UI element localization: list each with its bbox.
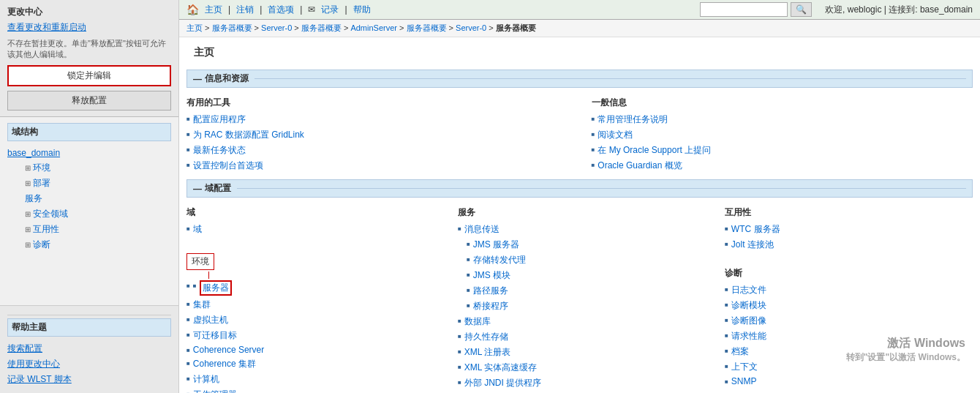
server-link[interactable]: 服务器 [200,280,232,296]
context-link[interactable]: 上下文 [731,361,758,373]
xml-registry-link[interactable]: XML 注册表 [464,346,511,359]
path-service-link[interactable]: 路径服务 [473,285,508,297]
useful-tools-col: 有用的工具 配置应用程序 为 RAC 数据源配置 GridLink 最新任务状态… [186,92,573,173]
list-item: 请求性能 [725,329,968,344]
help-wlst-script[interactable]: 记录 WLST 脚本 [7,372,171,387]
oracle-support-link[interactable]: 在 My Oracle Support 上提问 [598,144,711,157]
config-app-link[interactable]: 配置应用程序 [193,113,246,126]
archive-link[interactable]: 档案 [731,345,749,358]
list-item: 计算机 [186,372,434,387]
cluster-link[interactable]: 集群 [193,299,211,311]
services-col: 服务 消息传送 JMS 服务器 存储转发代理 JMS 模块 路径服务 桥接程序 … [453,202,706,393]
environment-link[interactable]: 环境 [33,162,50,173]
common-tasks-link[interactable]: 常用管理任务说明 [598,113,668,126]
bridge-link[interactable]: 桥接程序 [473,300,508,312]
jms-module-link[interactable]: JMS 模块 [473,269,510,282]
sidebar-item-security[interactable]: ⊞ 安全领域 [18,206,171,222]
read-docs-link[interactable]: 阅读文档 [598,129,633,141]
welcome-text: 欢迎, weblogic | 连接到: base_domain [825,4,973,16]
database-link[interactable]: 数据库 [464,315,491,328]
diag-image-link[interactable]: 诊断图像 [731,315,766,327]
snmp-link[interactable]: SNMP [731,376,757,386]
services-list: 消息传送 JMS 服务器 存储转发代理 JMS 模块 路径服务 桥接程序 数据库… [458,222,701,391]
list-item: 数据库 [458,314,701,329]
diag-module-link[interactable]: 诊断模块 [731,299,766,312]
breadcrumb: 主页 > 服务器概要 > Server-0 > 服务器概要 > AdminSer… [179,20,980,37]
tree-root[interactable]: base_domain [7,146,171,160]
sidebar-item-deployment[interactable]: ⊞ 部署 [18,176,171,191]
xml-cache-link[interactable]: XML 实体高速缓存 [464,362,538,374]
jndi-provider-link[interactable]: 外部 JNDI 提供程序 [464,377,541,389]
help-search-config[interactable]: 搜索配置 [7,341,171,356]
help-use-change-center[interactable]: 使用更改中心 [7,356,171,372]
expand-icon: ⊞ [25,225,31,233]
nav-home[interactable]: 主页 [205,4,222,16]
list-item: 常用管理任务说明 [592,112,969,127]
sidebar-item-interop[interactable]: ⊞ 互用性 [18,222,171,237]
coherence-cluster-link[interactable]: Coherence 集群 [193,358,256,370]
list-item: 外部 JNDI 提供程序 [458,375,701,391]
domain-col: 域 域 环境 ■ 服务器 集群 [186,202,439,393]
breadcrumb-server-summary2[interactable]: 服务器概要 [301,23,342,32]
oracle-guardian-link[interactable]: Oracle Guardian 概览 [598,160,682,172]
coherence-server-link[interactable]: Coherence Server [193,345,264,355]
interop-diag-col: 互用性 WTC 服务器 Jolt 连接池 诊断 日志文件 诊断模块 诊断图像 请… [720,202,973,393]
persistent-store-link[interactable]: 持久性存储 [464,331,508,343]
jolt-pool-link[interactable]: Jolt 连接池 [731,239,774,251]
list-item: 阅读文档 [592,127,969,143]
migrate-target-link[interactable]: 可迁移目标 [193,329,237,342]
list-item: JMS 服务器 [458,237,701,252]
list-item: 上下文 [725,359,968,375]
breadcrumb-server-summary1[interactable]: 服务器概要 [212,23,252,32]
interop-list: WTC 服务器 Jolt 连接池 [725,222,968,252]
change-link[interactable]: 查看更改和重新启动 [7,22,86,32]
breadcrumb-server0-1[interactable]: Server-0 [261,23,292,32]
list-item: XML 实体高速缓存 [458,360,701,375]
console-pref-link[interactable]: 设置控制台首选项 [193,160,263,172]
gridlink-link[interactable]: 为 RAC 数据源配置 GridLink [193,129,304,141]
expand-icon: ⊞ [25,164,31,172]
list-item: 虚拟主机 [186,312,434,328]
nav-help[interactable]: 帮助 [353,4,371,16]
sidebar-item-services[interactable]: 服务 [18,191,171,206]
search-input[interactable] [700,2,788,17]
breadcrumb-server0-2[interactable]: Server-0 [456,23,486,32]
search-button[interactable]: 🔍 [791,2,812,17]
domain-link[interactable]: 域 [193,223,202,236]
breadcrumb-adminserver[interactable]: AdminServer [350,23,397,32]
sidebar-item-environment[interactable]: ⊞ 环境 [18,160,171,176]
services-link[interactable]: 服务 [25,193,42,203]
computer-link[interactable]: 计算机 [193,373,219,386]
lock-edit-button[interactable]: 锁定并编辑 [7,65,171,86]
interop-link[interactable]: 互用性 [33,224,59,234]
log-file-link[interactable]: 日志文件 [731,284,766,296]
messaging-link[interactable]: 消息传送 [464,223,500,236]
request-perf-link[interactable]: 请求性能 [731,330,766,343]
jms-server-link[interactable]: JMS 服务器 [473,239,519,251]
wtc-server-link[interactable]: WTC 服务器 [731,223,780,236]
expand-icon: ⊞ [25,241,31,249]
expand-icon: ⊞ [25,179,31,187]
page-title: 主页 [186,42,973,64]
virtual-host-link[interactable]: 虚拟主机 [193,314,228,326]
store-forward-link[interactable]: 存储转发代理 [473,254,526,266]
list-item: Oracle Guardian 概览 [592,158,969,173]
security-link[interactable]: 安全领域 [33,209,68,219]
deployment-link[interactable]: 部署 [33,178,50,188]
nav-preferences[interactable]: 首选项 [268,4,294,16]
release-config-button[interactable]: 释放配置 [7,91,171,111]
nav-log[interactable]: 记录 [321,4,339,16]
list-item: Coherence 集群 [186,356,434,372]
list-item: Jolt 连接池 [725,237,968,252]
diagnostics-link[interactable]: 诊断 [33,239,50,250]
list-item: 桥接程序 [458,299,701,314]
task-status-link[interactable]: 最新任务状态 [193,144,246,157]
useful-tools-list: 配置应用程序 为 RAC 数据源配置 GridLink 最新任务状态 设置控制台… [186,112,568,173]
breadcrumb-home[interactable]: 主页 [186,23,203,32]
list-item: 存储转发代理 [458,252,701,268]
work-manager-link[interactable]: 工作管理器 [193,389,237,393]
nav-logout[interactable]: 注销 [236,4,254,16]
breadcrumb-server-summary3[interactable]: 服务器概要 [407,23,447,32]
sidebar-item-diagnostics[interactable]: ⊞ 诊断 [18,237,171,252]
env-box: 环境 [186,253,214,270]
